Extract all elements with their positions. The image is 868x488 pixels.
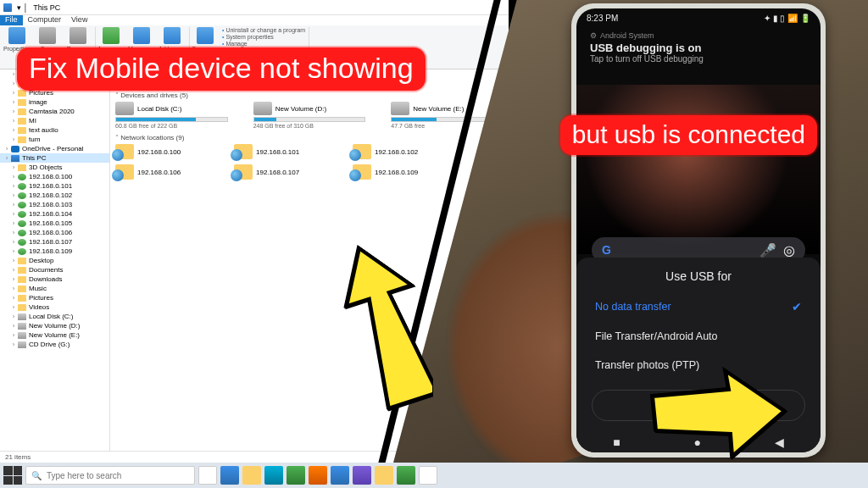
nav-recent-icon[interactable]: ■: [613, 435, 620, 449]
start-button[interactable]: [3, 466, 22, 485]
app-icon[interactable]: [264, 466, 283, 485]
tree-item[interactable]: ›192.168.0.103: [0, 200, 109, 209]
window-title: This PC: [33, 3, 60, 12]
nav-tree[interactable]: ›Downloads›Documents›Pictures›image›Camt…: [0, 69, 110, 451]
network-icon: [115, 144, 134, 159]
drive-icon: [253, 102, 272, 115]
tree-item[interactable]: ›192.168.0.106: [0, 228, 109, 237]
tree-item[interactable]: ›OneDrive - Personal: [0, 144, 109, 153]
lens-icon[interactable]: ◎: [783, 242, 795, 258]
tab-view[interactable]: View: [66, 15, 92, 25]
app-icon[interactable]: [309, 466, 327, 485]
app-icon[interactable]: [419, 466, 437, 485]
network-icon: [234, 144, 253, 159]
tree-item[interactable]: ›Pictures: [0, 293, 109, 302]
phone-status-icons: ✦ ▮ ▯ 📶 🔋: [764, 14, 810, 23]
task-view-icon[interactable]: [198, 466, 217, 485]
tree-item[interactable]: ›192.168.0.100: [0, 172, 109, 181]
tree-item[interactable]: ›Local Disk (C:): [0, 312, 109, 321]
drive-icon: [391, 102, 409, 115]
tree-item[interactable]: ›Camtasia 2020: [0, 107, 109, 116]
tree-item[interactable]: ›192.168.0.101: [0, 181, 109, 191]
network-location[interactable]: 192.168.0.106: [115, 164, 209, 180]
search-icon: 🔍: [31, 471, 42, 480]
arrow-up-left: [305, 237, 432, 415]
usb-option[interactable]: File Transfer/Android Auto: [576, 322, 821, 351]
tree-item[interactable]: ›image: [0, 97, 109, 107]
tree-item[interactable]: ›Music: [0, 284, 109, 293]
drive-item[interactable]: New Volume (D:)248 GB free of 310 GB: [253, 102, 366, 129]
drive-item[interactable]: Local Disk (C:)60.8 GB free of 222 GB: [115, 102, 228, 129]
media-icon: [103, 27, 120, 44]
tree-item[interactable]: ›Desktop: [0, 256, 109, 265]
search-placeholder: Type here to search: [47, 471, 121, 480]
tree-item[interactable]: ›This PC: [0, 153, 109, 163]
tree-item[interactable]: ›Downloads: [0, 274, 109, 284]
properties-icon: [8, 27, 25, 44]
this-pc-icon: [3, 3, 12, 12]
notif-subtitle: Tap to turn off USB debugging: [590, 54, 807, 64]
network-location[interactable]: 192.168.0.100: [115, 144, 209, 159]
usb-debug-notification[interactable]: Android System USB debugging is on Tap t…: [576, 28, 821, 67]
network-icon: [234, 164, 253, 180]
wallpaper: [576, 85, 821, 254]
edge-icon[interactable]: [220, 466, 239, 485]
tree-item[interactable]: ›192.168.0.104: [0, 209, 109, 219]
tree-item[interactable]: ›tum: [0, 135, 109, 144]
tree-item[interactable]: ›192.168.0.102: [0, 191, 109, 200]
app-icon[interactable]: [397, 466, 415, 485]
add-network-icon: [164, 27, 181, 44]
phone-time: 8:23 PM: [587, 14, 618, 23]
phone-statusbar: 8:23 PM ✦ ▮ ▯ 📶 🔋: [576, 8, 821, 28]
tree-item[interactable]: ›MI: [0, 116, 109, 125]
windows-taskbar[interactable]: 🔍 Type here to search: [0, 463, 868, 488]
map-drive-icon: [133, 27, 150, 44]
network-location[interactable]: 192.168.0.101: [234, 144, 327, 159]
network-header[interactable]: Network locations (9): [115, 134, 504, 141]
app-icon[interactable]: [287, 466, 305, 485]
svg-marker-1: [653, 371, 784, 456]
google-logo-icon: G: [602, 243, 611, 257]
settings-icon: [197, 27, 214, 44]
tree-item[interactable]: ›3D Objects: [0, 163, 109, 172]
window-titlebar[interactable]: ▾ │ This PC: [0, 0, 509, 15]
tree-item[interactable]: ›text audio: [0, 125, 109, 135]
tree-item[interactable]: ›192.168.0.105: [0, 219, 109, 228]
check-icon: ✔: [792, 300, 802, 313]
tree-item[interactable]: ›Documents: [0, 265, 109, 274]
app-icon[interactable]: [331, 466, 349, 485]
tree-item[interactable]: ›192.168.0.109: [0, 247, 109, 256]
app-icon[interactable]: [353, 466, 371, 485]
tree-item[interactable]: ›CD Drive (G:): [0, 340, 109, 349]
tab-file[interactable]: File: [0, 15, 23, 25]
svg-marker-0: [331, 237, 432, 411]
tab-computer[interactable]: Computer: [23, 15, 67, 25]
mic-icon[interactable]: 🎤: [760, 242, 776, 258]
sheet-title: Use USB for: [576, 269, 821, 283]
rename-icon: [70, 27, 86, 44]
tree-item[interactable]: ›Videos: [0, 302, 109, 312]
arrow-right: [644, 364, 788, 466]
callout-right: but usb is connected: [560, 115, 817, 155]
explorer-icon[interactable]: [242, 466, 261, 485]
network-location[interactable]: 192.168.0.109: [353, 164, 446, 180]
app-icon[interactable]: [375, 466, 393, 485]
tree-item[interactable]: ›New Volume (D:): [0, 321, 109, 330]
notif-title: USB debugging is on: [590, 42, 807, 54]
tree-item[interactable]: ›192.168.0.107: [0, 237, 109, 247]
taskbar-search[interactable]: 🔍 Type here to search: [25, 466, 195, 485]
callout-left: Fix Mobile device not showing: [17, 47, 426, 91]
network-icon: [115, 164, 134, 180]
network-location[interactable]: 192.168.0.107: [234, 164, 327, 180]
tree-item[interactable]: ›New Volume (E:): [0, 330, 109, 340]
network-icon: [353, 144, 371, 159]
network-location[interactable]: 192.168.0.102: [353, 144, 446, 159]
network-icon: [353, 164, 371, 180]
ribbon-tabs[interactable]: File Computer View: [0, 15, 509, 25]
drives-header[interactable]: Devices and drives (5): [115, 92, 504, 99]
usb-option[interactable]: No data transfer✔: [576, 291, 821, 322]
open-icon: [39, 27, 56, 44]
drive-icon: [115, 102, 134, 115]
